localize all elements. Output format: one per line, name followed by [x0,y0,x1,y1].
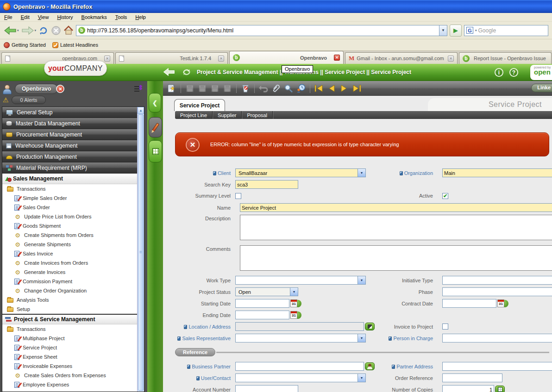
sidebar-folder-transactions[interactable]: Transactions [2,184,137,193]
sidebar-item-simple-sales-order[interactable]: Simple Sales Order [2,193,137,203]
forward-button[interactable]: ▾ [21,26,37,35]
app-back-button[interactable] [163,68,175,76]
save-next-button[interactable] [197,83,207,93]
tab-testlink[interactable]: TestLink 1.7.4 ✕ [115,52,228,64]
subtab-supplier[interactable]: Supplier [213,111,242,119]
calendar-icon[interactable]: 31 [290,299,301,308]
organization-field[interactable] [442,168,552,177]
starting-date-field[interactable] [235,299,289,308]
chevron-down-icon[interactable]: ▼ [358,169,365,177]
number-of-copies-field[interactable] [442,385,494,392]
sidebar-item-create-shipments[interactable]: ⚙Create Shipments from Orders [2,230,137,240]
sidebar-item-create-sales-orders-expenses[interactable]: ⚙Create Sales Orders from Expenses [2,371,137,380]
forward-dropdown-icon[interactable]: ▾ [35,29,37,32]
save-close-button[interactable] [222,83,232,93]
save-button[interactable] [210,83,220,93]
calendar-icon[interactable]: 31 [290,311,301,319]
collapse-sidebar-button[interactable]: ❮ [149,93,161,112]
sidebar-item-create-invoices[interactable]: ⚙Create Invoices from Orders [2,258,137,268]
last-record-button[interactable] [351,83,362,93]
phase-field[interactable] [442,287,552,296]
tab-gmail[interactable]: M Gmail - Inbox - arun.somu@gmail.com ✕ [345,52,458,64]
url-input[interactable] [87,27,439,34]
sidebar-item-service-project[interactable]: Service Project [2,343,137,352]
sidebar-section-sales-management[interactable]: Sales Management [2,174,137,184]
sales-representative-select[interactable]: ▼ [235,334,366,342]
info-icon[interactable]: i [495,68,503,77]
sidebar-scrollbar[interactable]: ▲ [137,107,144,392]
order-reference-field[interactable] [442,373,502,382]
app-refresh-button[interactable] [182,68,192,77]
contract-date-field[interactable] [442,299,496,308]
alerts-row[interactable]: ⚠ 0 Alerts [3,95,46,105]
help-icon[interactable]: ? [509,68,518,77]
user-contact-select[interactable]: ▼ [235,373,366,382]
chevron-down-icon[interactable]: ▼ [358,374,365,382]
bookmark-latest-headlines[interactable]: Latest Headlines [52,42,98,48]
sidebar-item-warehouse[interactable]: Warehouse Management [2,140,137,151]
back-button[interactable]: ▾ [4,26,19,35]
calculator-icon[interactable] [495,386,505,392]
sidebar-item-mrp[interactable]: Material Requirement (MRP) [2,162,137,174]
back-dropdown-icon[interactable]: ▾ [17,29,19,32]
menu-help[interactable]: Help [131,14,150,20]
menu-history[interactable]: History [53,14,77,20]
menu-bookmarks[interactable]: Bookmarks [77,14,111,20]
search-engine-dropdown-icon[interactable]: ▾ [475,29,477,32]
menu-view[interactable]: View [34,14,53,20]
sidebar-section-project-service[interactable]: Project & Service Management [2,314,137,324]
chevron-down-icon[interactable]: ▼ [358,276,365,284]
sidebar-item-master-data[interactable]: Master Data Management [2,118,137,129]
first-record-button[interactable] [314,83,324,93]
undo-button[interactable] [258,83,269,93]
new-record-button[interactable] [167,83,177,93]
sidebar-item-invoiceable-expenses[interactable]: Invoiceable Expenses [2,361,137,371]
scroll-up-icon[interactable]: ▲ [138,107,144,114]
link-icon[interactable] [196,376,200,380]
subtab-project-line[interactable]: Project Line [175,111,213,119]
menu-edit[interactable]: Edit [17,14,34,20]
search-button[interactable] [283,83,294,93]
menu-tools[interactable]: Tools [111,14,132,20]
link-icon[interactable] [213,171,216,175]
sidebar-item-general-setup[interactable]: General Setup [2,107,137,118]
description-field[interactable] [240,215,552,240]
sidebar-item-goods-shipment[interactable]: Goods Shipment [2,221,137,230]
tab-close-icon[interactable]: ✕ [218,56,224,62]
sidebar-item-multiphase-project[interactable]: Multiphase Project [2,334,137,343]
tab-openbravo-active[interactable]: b Openbravo ✕ [229,51,344,64]
scrollbar-thumb[interactable] [138,114,144,391]
go-button[interactable]: ▶ [450,25,462,37]
tab-close-icon[interactable]: ✕ [448,56,454,62]
sidebar-folder-psm-transactions[interactable]: Transactions [2,324,137,334]
sidebar-item-change-order-org[interactable]: ⚙Change Order Organization [2,286,137,295]
stop-button[interactable] [51,25,61,36]
link-icon[interactable] [400,171,403,175]
partner-address-field[interactable] [442,362,552,371]
grid-mode-tab[interactable] [149,140,162,162]
url-dropdown-icon[interactable]: ▼ [439,25,447,36]
tab-report-issue[interactable]: b Report Issue - Openbravo Issue [459,52,552,64]
url-bar[interactable]: b ▼ [76,25,447,36]
active-checkbox[interactable]: ✔ [442,193,448,199]
delete-button[interactable] [240,83,251,93]
sidebar-folder-setup[interactable]: Setup [2,305,137,314]
edit-mode-tab[interactable] [149,117,162,137]
chevron-down-icon[interactable]: ▼ [290,288,298,296]
sidebar-item-commission-payment[interactable]: Commission Payment [2,277,137,286]
bookmark-getting-started[interactable]: Getting Started [4,42,46,48]
name-field[interactable] [240,203,552,212]
client-select[interactable]: SmallBazaar ▼ [235,168,366,177]
search-bar[interactable]: G ▾ Google [464,25,548,36]
sidebar-item-production[interactable]: Production Management [2,151,137,162]
sidebar-item-update-price-list[interactable]: ⚙Update Price List from Orders [2,212,137,221]
ending-date-field[interactable] [235,311,289,319]
audit-button[interactable] [296,83,306,93]
subtab-proposal[interactable]: Proposal [242,111,272,119]
sidebar-item-procurement[interactable]: Procurement Management [2,129,137,140]
sidebar-item-sales-invoice[interactable]: Sales Invoice [2,249,137,258]
linked-items-button[interactable]: Linke [531,84,552,92]
link-icon[interactable] [187,365,190,369]
sidebar-item-expense-sheet[interactable]: Expense Sheet [2,352,137,361]
sidebar-item-partial[interactable]: ⚙ [2,389,137,392]
